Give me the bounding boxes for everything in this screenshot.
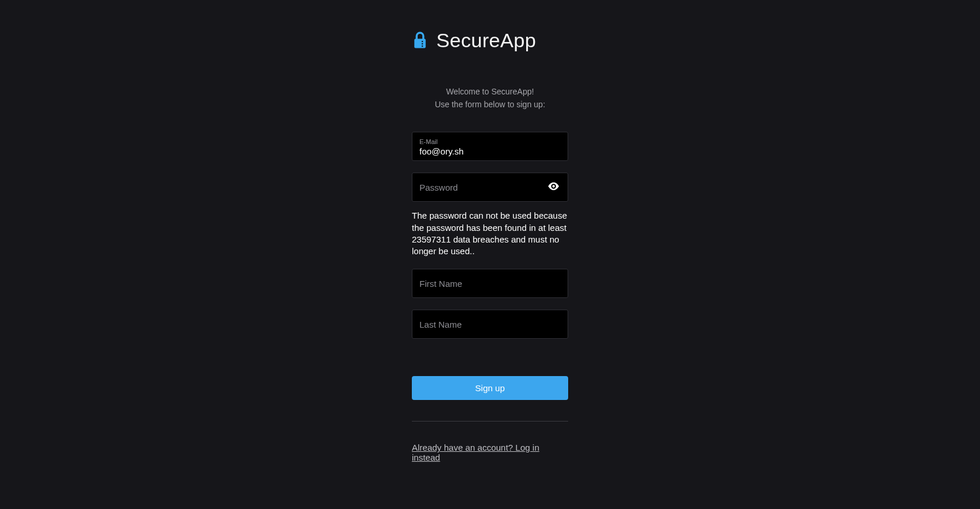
svg-rect-1 bbox=[422, 41, 423, 42]
email-field-wrap[interactable]: E-Mail bbox=[412, 132, 568, 161]
toggle-password-visibility-button[interactable] bbox=[545, 180, 562, 195]
password-field[interactable] bbox=[419, 182, 561, 192]
eye-icon bbox=[548, 182, 559, 192]
svg-point-4 bbox=[552, 185, 555, 188]
svg-rect-3 bbox=[422, 45, 423, 47]
password-error-message: The password can not be used because the… bbox=[412, 210, 568, 257]
first-name-field-wrap[interactable] bbox=[412, 269, 568, 298]
welcome-line-2: Use the form below to sign up: bbox=[412, 99, 568, 111]
app-logo-row: SecureApp bbox=[412, 29, 568, 52]
email-label: E-Mail bbox=[419, 138, 438, 146]
app-title: SecureApp bbox=[436, 29, 536, 52]
last-name-field[interactable] bbox=[419, 320, 561, 329]
welcome-text: Welcome to SecureApp! Use the form below… bbox=[412, 86, 568, 111]
password-field-wrap[interactable] bbox=[412, 173, 568, 202]
signup-button[interactable]: Sign up bbox=[412, 376, 568, 400]
login-instead-link[interactable]: Already have an account? Log in instead bbox=[412, 443, 568, 462]
divider bbox=[412, 421, 568, 422]
first-name-field[interactable] bbox=[419, 279, 561, 289]
welcome-line-1: Welcome to SecureApp! bbox=[412, 86, 568, 99]
lock-icon bbox=[412, 31, 428, 50]
svg-rect-0 bbox=[414, 38, 425, 48]
signup-form: Welcome to SecureApp! Use the form below… bbox=[412, 86, 568, 462]
svg-rect-2 bbox=[422, 43, 423, 44]
signup-page: SecureApp Welcome to SecureApp! Use the … bbox=[0, 0, 980, 497]
email-field[interactable] bbox=[419, 146, 561, 156]
last-name-field-wrap[interactable] bbox=[412, 310, 568, 339]
